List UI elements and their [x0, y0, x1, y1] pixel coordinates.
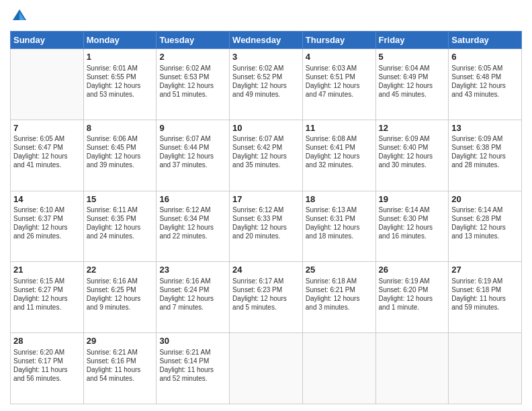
calendar-cell: 3Sunrise: 6:02 AMSunset: 6:52 PMDaylight… [230, 49, 303, 120]
day-info: Sunrise: 6:05 AMSunset: 6:47 PMDaylight:… [13, 134, 81, 169]
day-number: 1 [87, 51, 154, 63]
calendar-cell [302, 333, 375, 404]
calendar-cell: 7Sunrise: 6:05 AMSunset: 6:47 PMDaylight… [11, 120, 84, 191]
day-info: Sunrise: 6:07 AMSunset: 6:42 PMDaylight:… [232, 134, 300, 169]
day-info: Sunrise: 6:21 AMSunset: 6:16 PMDaylight:… [87, 348, 154, 383]
day-number: 10 [232, 122, 300, 134]
day-number: 17 [232, 193, 300, 205]
calendar-cell: 8Sunrise: 6:06 AMSunset: 6:45 PMDaylight… [83, 120, 157, 191]
day-info: Sunrise: 6:02 AMSunset: 6:53 PMDaylight:… [159, 64, 226, 99]
calendar-cell: 19Sunrise: 6:14 AMSunset: 6:30 PMDayligh… [375, 191, 449, 262]
day-info: Sunrise: 6:08 AMSunset: 6:41 PMDaylight:… [306, 134, 373, 169]
calendar-week-3: 14Sunrise: 6:10 AMSunset: 6:37 PMDayligh… [11, 191, 522, 262]
calendar-cell: 10Sunrise: 6:07 AMSunset: 6:42 PMDayligh… [230, 120, 303, 191]
calendar-week-1: 1Sunrise: 6:01 AMSunset: 6:55 PMDaylight… [11, 49, 522, 120]
header [10, 7, 522, 26]
day-number: 18 [306, 193, 373, 205]
day-number: 7 [13, 122, 81, 134]
day-number: 16 [159, 193, 226, 205]
day-number: 8 [87, 122, 154, 134]
calendar-cell: 22Sunrise: 6:16 AMSunset: 6:25 PMDayligh… [83, 262, 157, 333]
day-number: 4 [306, 51, 373, 63]
day-info: Sunrise: 6:07 AMSunset: 6:44 PMDaylight:… [159, 134, 226, 169]
calendar-cell: 23Sunrise: 6:16 AMSunset: 6:24 PMDayligh… [157, 262, 230, 333]
day-number: 28 [13, 335, 81, 347]
day-info: Sunrise: 6:14 AMSunset: 6:28 PMDaylight:… [451, 205, 519, 240]
day-header-sunday: Sunday [11, 32, 84, 49]
day-number: 24 [232, 264, 300, 276]
day-info: Sunrise: 6:12 AMSunset: 6:33 PMDaylight:… [232, 205, 300, 240]
calendar-cell: 15Sunrise: 6:11 AMSunset: 6:35 PMDayligh… [83, 191, 157, 262]
calendar-cell: 11Sunrise: 6:08 AMSunset: 6:41 PMDayligh… [302, 120, 375, 191]
day-header-saturday: Saturday [449, 32, 522, 49]
calendar-cell: 20Sunrise: 6:14 AMSunset: 6:28 PMDayligh… [449, 191, 522, 262]
calendar-cell: 6Sunrise: 6:05 AMSunset: 6:48 PMDaylight… [449, 49, 522, 120]
calendar-week-2: 7Sunrise: 6:05 AMSunset: 6:47 PMDaylight… [11, 120, 522, 191]
day-info: Sunrise: 6:21 AMSunset: 6:14 PMDaylight:… [159, 348, 226, 383]
day-info: Sunrise: 6:05 AMSunset: 6:48 PMDaylight:… [451, 64, 519, 99]
day-info: Sunrise: 6:06 AMSunset: 6:45 PMDaylight:… [87, 134, 154, 169]
day-number: 26 [379, 264, 446, 276]
day-number: 30 [159, 335, 226, 347]
day-info: Sunrise: 6:11 AMSunset: 6:35 PMDaylight:… [87, 205, 154, 240]
calendar-cell: 17Sunrise: 6:12 AMSunset: 6:33 PMDayligh… [230, 191, 303, 262]
calendar-cell: 12Sunrise: 6:09 AMSunset: 6:40 PMDayligh… [375, 120, 449, 191]
calendar-cell: 25Sunrise: 6:18 AMSunset: 6:21 PMDayligh… [302, 262, 375, 333]
calendar-cell: 28Sunrise: 6:20 AMSunset: 6:17 PMDayligh… [11, 333, 84, 404]
calendar-cell: 5Sunrise: 6:04 AMSunset: 6:49 PMDaylight… [375, 49, 449, 120]
day-info: Sunrise: 6:17 AMSunset: 6:23 PMDaylight:… [232, 277, 300, 312]
calendar-week-4: 21Sunrise: 6:15 AMSunset: 6:27 PMDayligh… [11, 262, 522, 333]
calendar-cell [11, 49, 84, 120]
day-number: 14 [13, 193, 81, 205]
calendar-table: SundayMondayTuesdayWednesdayThursdayFrid… [10, 31, 522, 404]
day-info: Sunrise: 6:20 AMSunset: 6:17 PMDaylight:… [13, 348, 81, 383]
day-info: Sunrise: 6:13 AMSunset: 6:31 PMDaylight:… [306, 205, 373, 240]
day-number: 9 [159, 122, 226, 134]
day-number: 19 [379, 193, 446, 205]
day-header-monday: Monday [83, 32, 157, 49]
calendar-cell [449, 333, 522, 404]
day-header-friday: Friday [375, 32, 449, 49]
day-number: 13 [451, 122, 519, 134]
page: SundayMondayTuesdayWednesdayThursdayFrid… [0, 0, 532, 411]
calendar-cell: 27Sunrise: 6:19 AMSunset: 6:18 PMDayligh… [449, 262, 522, 333]
day-info: Sunrise: 6:19 AMSunset: 6:20 PMDaylight:… [379, 277, 446, 312]
day-info: Sunrise: 6:04 AMSunset: 6:49 PMDaylight:… [379, 64, 446, 99]
day-number: 11 [306, 122, 373, 134]
day-info: Sunrise: 6:01 AMSunset: 6:55 PMDaylight:… [87, 64, 154, 99]
day-info: Sunrise: 6:03 AMSunset: 6:51 PMDaylight:… [306, 64, 373, 99]
calendar-cell [230, 333, 303, 404]
calendar-cell: 30Sunrise: 6:21 AMSunset: 6:14 PMDayligh… [157, 333, 230, 404]
day-info: Sunrise: 6:16 AMSunset: 6:25 PMDaylight:… [87, 277, 154, 312]
logo [10, 7, 32, 26]
day-number: 6 [451, 51, 519, 63]
day-info: Sunrise: 6:19 AMSunset: 6:18 PMDaylight:… [451, 277, 519, 312]
day-info: Sunrise: 6:09 AMSunset: 6:38 PMDaylight:… [451, 134, 519, 169]
calendar-cell: 14Sunrise: 6:10 AMSunset: 6:37 PMDayligh… [11, 191, 84, 262]
day-info: Sunrise: 6:02 AMSunset: 6:52 PMDaylight:… [232, 64, 300, 99]
day-header-thursday: Thursday [302, 32, 375, 49]
day-number: 25 [306, 264, 373, 276]
day-header-wednesday: Wednesday [230, 32, 303, 49]
day-number: 2 [159, 51, 226, 63]
calendar-cell: 16Sunrise: 6:12 AMSunset: 6:34 PMDayligh… [157, 191, 230, 262]
day-info: Sunrise: 6:18 AMSunset: 6:21 PMDaylight:… [306, 277, 373, 312]
day-header-tuesday: Tuesday [157, 32, 230, 49]
day-info: Sunrise: 6:14 AMSunset: 6:30 PMDaylight:… [379, 205, 446, 240]
day-number: 22 [87, 264, 154, 276]
calendar-cell: 13Sunrise: 6:09 AMSunset: 6:38 PMDayligh… [449, 120, 522, 191]
day-info: Sunrise: 6:12 AMSunset: 6:34 PMDaylight:… [159, 205, 226, 240]
calendar-header-row: SundayMondayTuesdayWednesdayThursdayFrid… [11, 32, 522, 49]
day-number: 29 [87, 335, 154, 347]
logo-icon [10, 7, 29, 26]
calendar-cell [375, 333, 449, 404]
calendar-cell: 24Sunrise: 6:17 AMSunset: 6:23 PMDayligh… [230, 262, 303, 333]
day-number: 21 [13, 264, 81, 276]
day-number: 23 [159, 264, 226, 276]
day-number: 12 [379, 122, 446, 134]
calendar-cell: 1Sunrise: 6:01 AMSunset: 6:55 PMDaylight… [83, 49, 157, 120]
day-info: Sunrise: 6:15 AMSunset: 6:27 PMDaylight:… [13, 277, 81, 312]
day-number: 3 [232, 51, 300, 63]
calendar-cell: 2Sunrise: 6:02 AMSunset: 6:53 PMDaylight… [157, 49, 230, 120]
calendar-cell: 9Sunrise: 6:07 AMSunset: 6:44 PMDaylight… [157, 120, 230, 191]
